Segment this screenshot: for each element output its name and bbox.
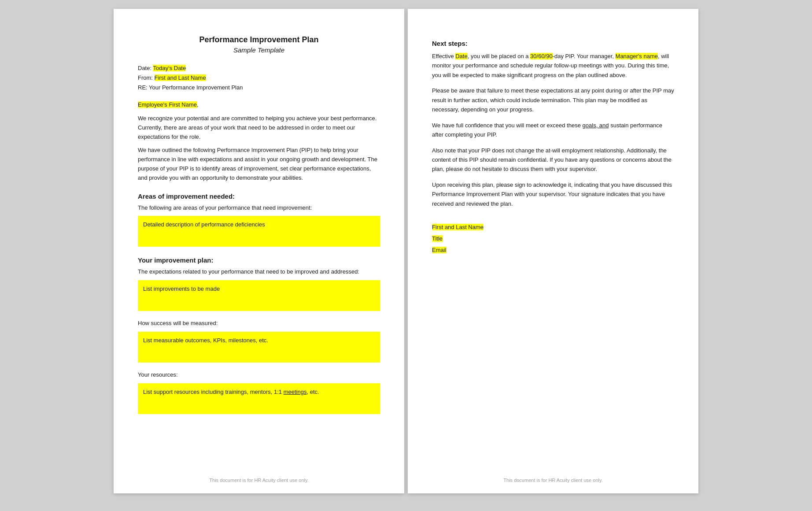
section1-heading: Areas of improvement needed: (138, 193, 380, 200)
section1-intro: The following are areas of your performa… (138, 204, 380, 213)
date-label: Date: (138, 65, 151, 71)
date-value: Today's Date (153, 65, 186, 71)
outcomes-box: List measurable outcomes, KPIs, mileston… (138, 332, 380, 363)
sig-title: Title (432, 235, 443, 242)
para3-before: We have full confidence that you will me… (432, 122, 583, 129)
next-steps-para4: Also note that your PIP does not change … (432, 146, 674, 174)
sig-email: Email (432, 247, 447, 253)
re-value: Your Performance Improvement Plan (149, 84, 243, 91)
meta-block: Date: Today's Date From: First and Last … (138, 63, 380, 93)
success-label: How success will be measured: (138, 319, 380, 328)
meta-from: From: First and Last Name (138, 73, 380, 83)
sig-email-line: Email (432, 244, 674, 256)
pages-container: Performance Improvement Plan Sample Temp… (114, 9, 698, 493)
document-title: Performance Improvement Plan (138, 35, 380, 44)
left-footer: This document is for HR Acuity client us… (114, 478, 404, 483)
resources-text-after: , etc. (306, 389, 319, 395)
left-page: Performance Improvement Plan Sample Temp… (114, 9, 404, 493)
improvements-box: List improvements to be made (138, 280, 380, 311)
sig-name: First and Last Name (432, 224, 484, 230)
from-label: From: (138, 74, 153, 81)
meetings-link[interactable]: meetings (284, 389, 307, 395)
section2-intro: The expectations related to your perform… (138, 267, 380, 277)
intro-para-2: We have outlined the following Performan… (138, 146, 380, 182)
resources-label: Your resources: (138, 370, 380, 380)
sig-name-line: First and Last Name (432, 222, 674, 233)
greeting-line: Employee's First Name, (138, 100, 380, 110)
section2-heading: Your improvement plan: (138, 256, 380, 264)
intro-para-1: We recognize your potential and are comm… (138, 114, 380, 141)
sig-title-line: Title (432, 233, 674, 244)
para1-mid2: -day PIP. Your manager, (553, 53, 616, 59)
date-placeholder: Date (455, 53, 467, 59)
next-steps-para5: Upon receiving this plan, please sign to… (432, 180, 674, 208)
resources-text-before: List support resources including trainin… (143, 389, 284, 395)
meta-date: Date: Today's Date (138, 63, 380, 73)
next-steps-para2: Please be aware that failure to meet the… (432, 86, 674, 114)
from-value: First and Last Name (155, 74, 206, 81)
days-placeholder: 30/60/90 (530, 53, 553, 59)
manager-placeholder: Manager's name (616, 53, 658, 59)
para1-mid: , you will be placed on a (468, 53, 530, 59)
meta-re: RE: Your Performance Improvement Plan (138, 83, 380, 93)
right-page: Next steps: Effective Date, you will be … (408, 9, 698, 493)
next-steps-para1: Effective Date, you will be placed on a … (432, 52, 674, 80)
resources-box: List support resources including trainin… (138, 383, 380, 414)
re-label: RE: (138, 84, 148, 91)
next-steps-heading: Next steps: (432, 40, 674, 47)
signature-block: First and Last Name Title Email (432, 222, 674, 256)
para1-before-date: Effective (432, 53, 455, 59)
document-subtitle: Sample Template (138, 46, 380, 54)
goals-link[interactable]: goals, and (583, 122, 609, 129)
right-footer: This document is for HR Acuity client us… (408, 478, 698, 483)
employee-name: Employee's First Name (138, 101, 197, 108)
next-steps-para3: We have full confidence that you will me… (432, 121, 674, 140)
deficiencies-box: Detailed description of performance defi… (138, 216, 380, 247)
